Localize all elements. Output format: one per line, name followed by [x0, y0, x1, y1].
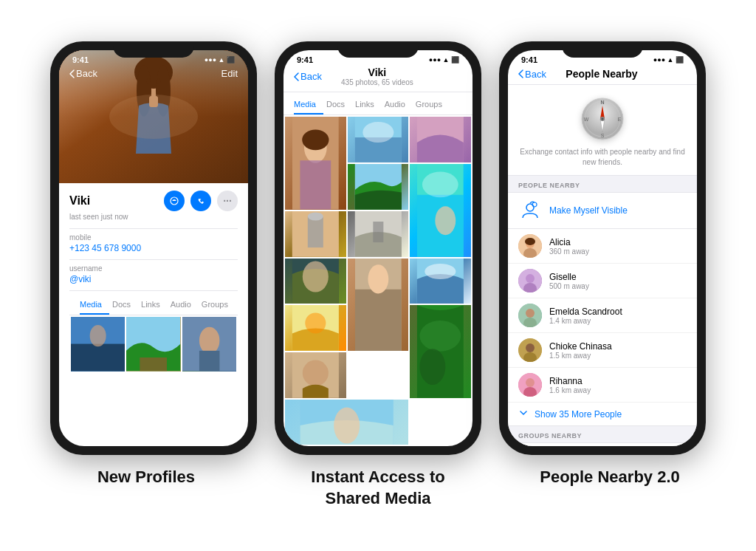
tab-media-1[interactable]: Media — [80, 295, 109, 315]
photo-2[interactable] — [348, 117, 409, 162]
more-btn[interactable]: ··· — [217, 191, 238, 211]
svg-text:S: S — [601, 133, 605, 138]
status-icons-2: ●●● ▲ ⬛ — [429, 56, 459, 64]
avatar-emelda — [518, 304, 542, 327]
phone3-back-btn[interactable]: Back — [518, 69, 546, 80]
svg-point-32 — [436, 206, 456, 235]
people-nearby-content: N S W E Exchange contact info with peopl… — [508, 85, 697, 446]
phone3-screen: 9:41 ●●● ▲ ⬛ Back People Nearby — [508, 50, 697, 446]
phone1-back-btn[interactable]: Back — [69, 68, 97, 79]
photo-5[interactable] — [410, 164, 471, 256]
svg-point-46 — [305, 313, 326, 334]
person-rihanna[interactable]: Rihanna 1.6 km away — [508, 368, 697, 403]
photo-11[interactable] — [285, 305, 346, 351]
photo-12[interactable] — [410, 305, 471, 397]
show-more-chevron — [518, 408, 529, 420]
photo-10[interactable] — [410, 259, 471, 304]
photo-9[interactable] — [348, 259, 409, 351]
field1-value[interactable]: +123 45 678 9000 — [69, 243, 238, 253]
tab-docs-2[interactable]: Docs — [326, 95, 352, 114]
photo-8[interactable] — [285, 259, 346, 304]
person-distance-chioke: 1.5 km away — [549, 352, 687, 360]
person-distance-rihanna: 1.6 km away — [549, 386, 687, 394]
photo-grid-full — [284, 115, 472, 446]
person-distance-emelda: 1.4 km away — [549, 317, 687, 325]
phone2-back-btn[interactable]: Back — [294, 71, 322, 82]
person-info-giselle: Giselle 500 m away — [549, 272, 687, 290]
people-list: Make Myself Visible — [508, 192, 697, 426]
svg-point-69 — [525, 238, 535, 245]
tab-groups-2[interactable]: Groups — [416, 95, 450, 114]
phone2-notch — [337, 41, 419, 58]
person-name-alicia: Alicia — [549, 237, 687, 247]
people-nearby-header: PEOPLE NEARBY — [508, 176, 697, 192]
svg-point-39 — [303, 261, 329, 292]
person-giselle[interactable]: Giselle 500 m away — [508, 264, 697, 298]
divider-3 — [69, 290, 238, 291]
avatar-giselle — [518, 269, 542, 292]
message-btn[interactable] — [164, 191, 185, 211]
profile-action-btns: ··· — [164, 191, 238, 211]
status-icons-1: ●●● ▲ ⬛ — [205, 56, 235, 64]
person-chioke[interactable]: Chioke Chinasa 1.5 km away — [508, 333, 697, 368]
svg-point-35 — [308, 212, 323, 220]
photo-1[interactable] — [285, 117, 346, 209]
avatar-alicia — [518, 234, 542, 258]
phones-row: 9:41 ●●● ▲ ⬛ Back Edit — [50, 41, 706, 455]
tab-links-1[interactable]: Links — [141, 295, 168, 315]
svg-text:W: W — [584, 117, 589, 122]
phone1-edit-btn[interactable]: Edit — [221, 68, 238, 79]
compass-section: N S W E Exchange contact info with peopl… — [508, 85, 697, 176]
person-info-emelda: Emelda Scandroot 1.4 km away — [549, 307, 687, 325]
svg-point-51 — [303, 360, 329, 386]
status-time-1: 9:41 — [72, 55, 89, 64]
person-info-alicia: Alicia 360 m away — [549, 237, 687, 256]
tab-audio-1[interactable]: Audio — [171, 295, 199, 315]
tab-links-2[interactable]: Links — [355, 95, 382, 114]
svg-point-71 — [526, 274, 535, 283]
people-nearby-label: People Nearby 2.0 — [503, 467, 717, 488]
person-emelda[interactable]: Emelda Scandroot 1.4 km away — [508, 298, 697, 333]
show-more-text[interactable]: Show 35 More People — [535, 409, 622, 420]
tab-docs-1[interactable]: Docs — [112, 295, 138, 315]
call-btn[interactable] — [190, 191, 211, 211]
profile-info: Viki ··· last — [59, 183, 248, 446]
svg-rect-37 — [373, 222, 383, 242]
svg-rect-34 — [308, 216, 323, 247]
make-visible-text[interactable]: Make Myself Visible — [549, 205, 628, 216]
photo-6[interactable] — [285, 211, 346, 257]
field2-label: username — [69, 264, 238, 273]
main-container: 9:41 ●●● ▲ ⬛ Back Edit — [0, 34, 756, 516]
field2-value[interactable]: @viki — [69, 274, 238, 284]
create-group-item[interactable]: Create a Local Group — [508, 443, 697, 446]
show-more-item[interactable]: Show 35 More People — [508, 403, 697, 425]
photo-3[interactable] — [410, 117, 471, 162]
tab-media-2[interactable]: Media — [294, 95, 323, 114]
person-name-rihanna: Rihanna — [549, 376, 687, 386]
photo-13[interactable] — [285, 352, 346, 398]
svg-point-31 — [422, 172, 458, 198]
media-thumb-2[interactable] — [126, 317, 180, 371]
divider-2 — [69, 259, 238, 260]
phone1-media-tabs: Media Docs Links Audio Groups — [69, 295, 238, 315]
make-visible-item[interactable]: Make Myself Visible — [508, 193, 697, 229]
media-thumb-1[interactable] — [71, 317, 125, 371]
tab-audio-2[interactable]: Audio — [385, 95, 413, 114]
svg-point-53 — [334, 407, 360, 443]
phone1-frame: 9:41 ●●● ▲ ⬛ Back Edit — [50, 41, 257, 455]
compass-icon: N S W E — [580, 97, 625, 141]
phone2-media-tabs: Media Docs Links Audio Groups — [284, 95, 472, 115]
media-thumb-3[interactable] — [182, 317, 236, 371]
phone2-frame: 9:41 ●●● ▲ ⬛ Back Viki 435 photos, 65 vi… — [275, 41, 481, 455]
profile-last-seen: last seen just now — [69, 213, 238, 221]
svg-point-18 — [199, 327, 220, 355]
tab-groups-1[interactable]: Groups — [202, 295, 236, 315]
person-alicia[interactable]: Alicia 360 m away — [508, 229, 697, 264]
phone2-screen: 9:41 ●●● ▲ ⬛ Back Viki 435 photos, 65 vi… — [284, 50, 472, 446]
photo-14[interactable] — [285, 400, 408, 445]
photo-7[interactable] — [348, 211, 409, 257]
svg-point-74 — [526, 309, 535, 318]
svg-text:E: E — [618, 117, 622, 122]
photo-4[interactable] — [348, 164, 409, 210]
phone1-media-grid — [69, 315, 238, 372]
